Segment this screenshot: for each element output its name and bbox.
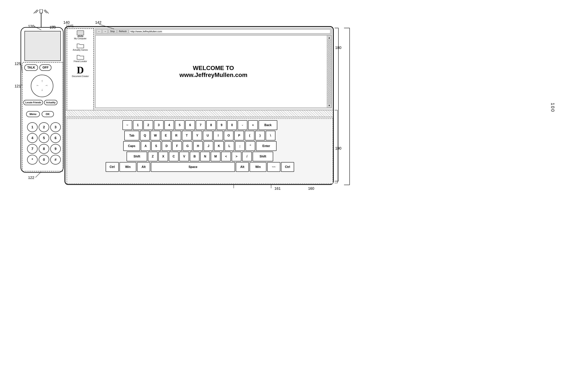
key-rbrace[interactable]: } xyxy=(255,131,265,140)
scroll-thumb xyxy=(327,40,331,103)
forward-button[interactable]: → xyxy=(103,29,108,33)
key-e[interactable]: E xyxy=(161,131,171,140)
key-4[interactable]: 4 xyxy=(164,120,174,130)
svg-rect-8 xyxy=(78,36,83,37)
num-7[interactable]: 7 xyxy=(27,144,38,154)
key-k[interactable]: K xyxy=(214,141,224,151)
ok-button[interactable]: OK xyxy=(42,111,54,117)
key-h[interactable]: H xyxy=(193,141,203,151)
key-b[interactable]: B xyxy=(190,152,199,161)
key-y[interactable]: Y xyxy=(192,131,202,140)
num-3[interactable]: 3 xyxy=(50,122,61,132)
num-2[interactable]: 2 xyxy=(39,122,49,132)
key-ctrl-left[interactable]: Ctrl xyxy=(106,162,119,172)
key-s[interactable]: S xyxy=(151,141,161,151)
key-p[interactable]: P xyxy=(234,131,244,140)
key-1[interactable]: 1 xyxy=(133,120,143,130)
key-v[interactable]: V xyxy=(179,152,189,161)
key-win-right[interactable]: Win xyxy=(250,162,266,172)
num-4[interactable]: 4 xyxy=(27,133,38,143)
key-space[interactable]: Space xyxy=(151,162,235,172)
key-8[interactable]: 8 xyxy=(206,120,216,130)
locate-friends-button[interactable]: Locate Friends xyxy=(23,100,43,105)
key-5[interactable]: 5 xyxy=(175,120,184,130)
num-5[interactable]: 5 xyxy=(39,133,49,143)
key-backslash[interactable]: \ xyxy=(266,131,275,140)
ref-label-190: 190 xyxy=(335,146,341,151)
key-9[interactable]: 9 xyxy=(217,120,226,130)
key-shift-left[interactable]: Shift xyxy=(127,152,147,161)
scroll-up[interactable]: ▲ xyxy=(327,35,331,40)
sidebar-my-computer[interactable]: My Computer xyxy=(69,30,92,40)
key-quote[interactable]: " xyxy=(245,141,255,151)
num-0[interactable]: 0 xyxy=(39,155,49,165)
sidebar-document-creator[interactable]: D Document Creator xyxy=(69,65,92,78)
key-a[interactable]: A xyxy=(141,141,150,151)
ref-label-122: 122 xyxy=(28,176,34,180)
actuality-button[interactable]: Actuality xyxy=(44,100,57,105)
key-m[interactable]: M xyxy=(211,152,220,161)
key-w[interactable]: W xyxy=(150,131,160,140)
key-c[interactable]: C xyxy=(169,152,179,161)
key-0[interactable]: 0 xyxy=(227,120,237,130)
key-lbrace[interactable]: { xyxy=(245,131,255,140)
url-bar[interactable] xyxy=(129,29,330,33)
key-7[interactable]: 7 xyxy=(196,120,206,130)
nav-pad[interactable]: ↑ ←→ ↓ xyxy=(31,75,53,97)
stop-button[interactable]: Stop xyxy=(108,29,117,33)
key-d[interactable]: D xyxy=(162,141,171,151)
key-g[interactable]: G xyxy=(183,141,192,151)
key-o[interactable]: O xyxy=(224,131,234,140)
key-l[interactable]: L xyxy=(225,141,234,151)
key-gt[interactable]: > xyxy=(232,152,241,161)
key-x[interactable]: X xyxy=(158,152,168,161)
menu-button[interactable]: Menu xyxy=(26,111,40,117)
key-ctrl-right[interactable]: Ctrl xyxy=(281,162,294,172)
key-alt-left[interactable]: Alt xyxy=(137,162,150,172)
key-shift-right[interactable]: Shift xyxy=(253,152,273,161)
sidebar-friend-locator[interactable]: Friend Locator xyxy=(69,54,92,63)
sidebar-actuality-games[interactable]: Actuality Games xyxy=(69,42,92,51)
key-t[interactable]: T xyxy=(182,131,192,140)
key-tilde2[interactable]: ~~ xyxy=(267,162,280,172)
key-tilde[interactable]: ~ xyxy=(122,120,132,130)
num-9[interactable]: 9 xyxy=(50,144,61,154)
off-button[interactable]: OFF xyxy=(39,64,51,71)
talk-button[interactable]: TALK xyxy=(24,64,38,71)
key-caps[interactable]: Caps xyxy=(123,141,140,151)
key-lt[interactable]: < xyxy=(221,152,231,161)
scroll-down[interactable]: ▼ xyxy=(327,103,331,108)
key-u[interactable]: U xyxy=(203,131,212,140)
num-6[interactable]: 6 xyxy=(50,133,61,143)
key-n[interactable]: N xyxy=(200,152,210,161)
num-8[interactable]: 8 xyxy=(39,144,49,154)
key-6[interactable]: 6 xyxy=(185,120,195,130)
key-tab[interactable]: Tab xyxy=(124,131,139,140)
key-3[interactable]: 3 xyxy=(154,120,164,130)
key-plus[interactable]: + xyxy=(248,120,258,130)
num-1[interactable]: 1 xyxy=(27,122,38,132)
num-star[interactable]: * xyxy=(27,155,38,165)
key-2[interactable]: 2 xyxy=(143,120,153,130)
key-z[interactable]: Z xyxy=(148,152,158,161)
key-i[interactable]: I xyxy=(213,131,223,140)
key-enter[interactable]: Enter xyxy=(256,141,277,151)
key-alt-right[interactable]: Alt xyxy=(236,162,249,172)
key-win-left[interactable]: Win xyxy=(120,162,136,172)
num-hash[interactable]: # xyxy=(50,155,61,165)
back-button[interactable]: ← xyxy=(96,29,102,33)
key-back[interactable]: Back xyxy=(259,120,277,130)
hatch-divider xyxy=(65,110,333,117)
friend-locator-label: Friend Locator xyxy=(74,60,87,63)
key-q[interactable]: Q xyxy=(140,131,150,140)
key-semicolon[interactable]: ; xyxy=(235,141,245,151)
key-f[interactable]: F xyxy=(172,141,182,151)
key-j[interactable]: J xyxy=(204,141,213,151)
ref-label-161: 161 xyxy=(274,186,281,191)
key-minus[interactable]: - xyxy=(238,120,247,130)
key-slash[interactable]: / xyxy=(242,152,252,161)
key-r[interactable]: R xyxy=(171,131,181,140)
scrollbar[interactable]: ▲ ▼ xyxy=(327,35,331,108)
folder-icon-actuality xyxy=(77,42,84,49)
refresh-button[interactable]: Refresh xyxy=(117,29,128,33)
